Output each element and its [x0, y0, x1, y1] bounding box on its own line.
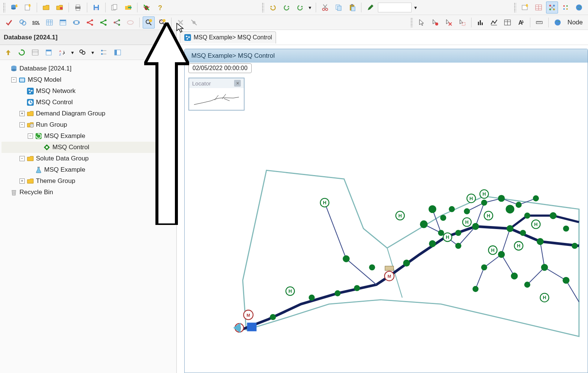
folder-icon — [26, 154, 34, 163]
collapse-icon[interactable]: − — [11, 77, 16, 82]
select-node-icon[interactable] — [429, 16, 441, 28]
svg-line-89 — [191, 20, 197, 25]
collapse-icon[interactable]: − — [19, 122, 25, 127]
expand-icon[interactable]: + — [19, 178, 25, 184]
tree-item[interactable]: +Theme Group — [1, 175, 175, 187]
pen-icon[interactable] — [364, 1, 376, 13]
flask-icon — [34, 166, 43, 174]
export-icon[interactable] — [122, 1, 134, 13]
dropdown-icon[interactable]: ▾ — [307, 4, 313, 10]
up-icon[interactable] — [2, 46, 14, 58]
fork-green-icon[interactable] — [97, 16, 109, 28]
tree-item[interactable]: −MSQ Model — [1, 74, 175, 85]
fork-mixed-icon[interactable] — [111, 16, 123, 28]
tree-item[interactable]: MSQ Control — [1, 97, 175, 108]
grid-ordered-icon[interactable] — [57, 16, 69, 28]
locator-panel[interactable]: Locator ✕ — [188, 78, 245, 111]
collapse-icon[interactable]: − — [28, 133, 33, 139]
validate-icon[interactable] — [3, 16, 15, 28]
svg-text:H: H — [288, 289, 292, 294]
list-view-icon[interactable] — [29, 46, 41, 58]
dropdown-icon[interactable]: ▾ — [90, 49, 95, 55]
find-icon[interactable] — [76, 46, 88, 58]
copy-icon[interactable] — [333, 1, 345, 13]
tree-item[interactable]: Recycle Bin — [1, 187, 175, 198]
expander-placeholder — [19, 100, 25, 105]
refresh-icon[interactable] — [16, 46, 28, 58]
tab-msq-control[interactable]: MSQ Example> MSQ Control — [180, 31, 276, 43]
maximize-icon[interactable]: □ — [156, 34, 164, 41]
graph-columns-icon[interactable] — [475, 16, 487, 28]
pane-header: Database [2024.1] □ ✕ — [0, 30, 176, 45]
open-locked-icon[interactable] — [54, 1, 66, 13]
tree-item[interactable]: −MSQ Example — [1, 130, 175, 142]
paste-icon[interactable] — [346, 1, 358, 13]
nodes-view-icon[interactable] — [560, 1, 572, 13]
pointer-icon[interactable] — [416, 16, 428, 28]
deselect-arrow-icon[interactable] — [443, 16, 455, 28]
globe-icon[interactable] — [573, 1, 585, 13]
tree-item[interactable]: Database [2024.1] — [1, 63, 175, 74]
table-view-icon[interactable] — [533, 1, 545, 13]
locator-minimap[interactable] — [189, 88, 244, 110]
find-time-x-icon[interactable] — [156, 16, 168, 28]
sql-icon[interactable]: SQL — [30, 16, 42, 28]
files-icon[interactable] — [109, 1, 121, 13]
tree-item[interactable]: MSQ Network — [1, 85, 175, 97]
layout-icon[interactable] — [112, 46, 124, 58]
new-item-icon[interactable] — [22, 1, 34, 13]
close-icon[interactable]: ✕ — [165, 34, 173, 41]
undo-icon[interactable] — [267, 1, 279, 13]
print-icon[interactable] — [72, 1, 84, 13]
network-view-icon[interactable] — [546, 1, 558, 13]
properties-icon[interactable] — [43, 46, 55, 58]
svg-marker-20 — [270, 6, 272, 7]
tree-item[interactable]: −Run Group — [1, 119, 175, 130]
find-loop-icon[interactable] — [16, 16, 28, 28]
cut-icon[interactable] — [319, 1, 331, 13]
sort-icon[interactable]: AZ — [56, 46, 68, 58]
svg-line-67 — [88, 22, 92, 25]
search-input[interactable] — [378, 3, 412, 12]
collapse-icon[interactable]: − — [19, 156, 25, 161]
database-tree[interactable]: Database [2024.1]−MSQ ModelMSQ NetworkMS… — [0, 60, 176, 373]
timestamp-display[interactable]: 02/05/2022 00:00:00 — [188, 63, 252, 73]
fork-red-icon[interactable] — [84, 16, 96, 28]
expand-icon[interactable]: + — [19, 111, 25, 116]
new-database-icon[interactable] — [8, 1, 20, 13]
bug-icon[interactable] — [140, 1, 152, 13]
grid-icon[interactable] — [43, 16, 55, 28]
db-icon — [10, 64, 18, 73]
redo-alt-icon[interactable] — [294, 1, 306, 13]
help-icon[interactable]: ? — [154, 1, 166, 13]
svg-point-170 — [440, 215, 446, 221]
svg-text:A: A — [59, 49, 61, 53]
svg-rect-14 — [113, 4, 117, 9]
open-icon[interactable] — [40, 1, 52, 13]
graph-lines-icon[interactable] — [488, 16, 500, 28]
svg-point-48 — [576, 4, 582, 10]
text-tool-icon[interactable]: A — [515, 16, 527, 28]
tree-item[interactable]: +Demand Diagram Group — [1, 108, 175, 119]
ruler-icon[interactable] — [533, 16, 545, 28]
tree-item[interactable]: MSQ Example — [1, 164, 175, 175]
svg-point-163 — [270, 314, 276, 320]
svg-line-83 — [163, 23, 165, 25]
svg-point-62 — [78, 22, 79, 23]
network-diagram[interactable]: HH HH HH HH HH HH M M M — [200, 147, 588, 373]
close-icon[interactable]: ✕ — [234, 80, 241, 87]
tree-item[interactable]: −Solute Data Group — [1, 153, 175, 164]
redo-icon[interactable] — [281, 1, 293, 13]
select-area-icon[interactable] — [456, 16, 468, 28]
loop-tool-icon[interactable] — [70, 16, 82, 28]
tree-options-icon[interactable] — [98, 46, 110, 58]
map-titlebar[interactable]: MSQ Example> MSQ Control — [185, 49, 588, 63]
dropdown-icon[interactable]: ▾ — [413, 4, 418, 10]
table-tool-icon[interactable] — [501, 16, 513, 28]
save-icon[interactable] — [90, 1, 102, 13]
tree-item[interactable]: MSQ Control — [1, 142, 175, 153]
find-time-icon[interactable] — [143, 16, 155, 28]
globe2-icon[interactable] — [552, 16, 564, 28]
new-view-icon[interactable] — [519, 1, 531, 13]
dropdown-icon[interactable]: ▾ — [70, 49, 75, 55]
